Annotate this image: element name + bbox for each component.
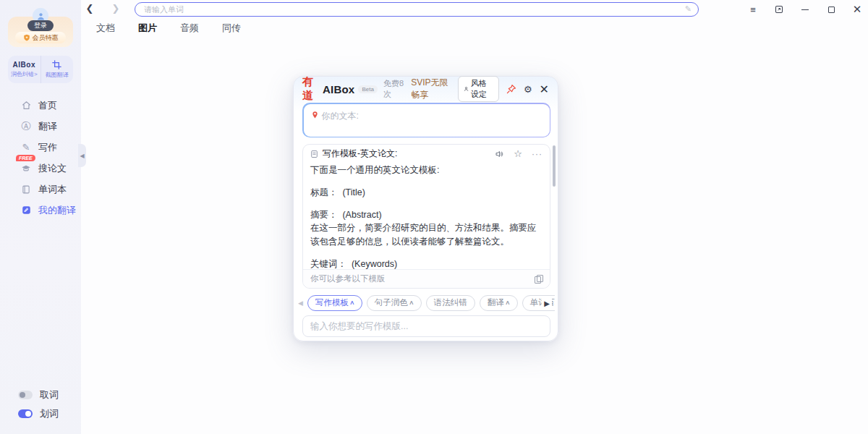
media-tabs: 文档 图片 音频 同传 — [96, 20, 241, 36]
dialog-header-actions: 免费8次 SVIP无限畅享 风格设定 ⚙ ✕ — [383, 76, 549, 102]
chevron-up-icon: ∧ — [505, 299, 511, 306]
more-icon[interactable]: ··· — [532, 149, 542, 159]
aibox-dialog-header: 有道 AIBox Beta 免费8次 SVIP无限畅享 风格设定 ⚙ ✕ — [294, 77, 558, 101]
chip-grammar-check[interactable]: 语法纠错 — [426, 295, 475, 311]
tab-audio[interactable]: 音频 — [180, 20, 199, 36]
sidebar-item-search-papers[interactable]: FREE 搜论文 — [0, 158, 81, 179]
chips-scroll-left-icon[interactable]: ◀ — [298, 299, 303, 307]
sidebar-item-my-translations[interactable]: 我的翻译 — [0, 200, 81, 221]
tab-image[interactable]: 图片 — [138, 20, 157, 36]
sidebar-item-label: 搜论文 — [38, 162, 67, 175]
aibox-title: AIBox — [323, 83, 354, 95]
chip-label: 翻译 — [488, 297, 504, 308]
chevron-up-icon: ∧ — [409, 299, 414, 306]
word-select-toggle[interactable] — [18, 409, 33, 418]
star-icon[interactable]: ☆ — [514, 148, 522, 159]
search-bar: ✎ — [135, 2, 699, 17]
template-title: 写作模板-英文论文: — [323, 148, 397, 160]
template-paragraph: 标题： (Title) — [310, 186, 542, 199]
user-avatar-icon — [36, 12, 46, 21]
template-doc-icon — [310, 150, 318, 158]
chip-label: 语法纠错 — [434, 297, 467, 308]
location-pin-icon — [311, 111, 319, 119]
beta-badge: Beta — [358, 85, 377, 93]
template-card-footer: 你可以参考以下模版 — [303, 269, 550, 288]
chip-sentence-polish[interactable]: 句子润色∧ — [367, 295, 422, 311]
screenshot-translate-label: 截图翻译 — [46, 71, 69, 79]
style-settings-button[interactable]: 风格设定 — [458, 76, 499, 102]
maximize-icon[interactable] — [826, 4, 836, 14]
sidebar-item-home[interactable]: 首页 — [0, 95, 81, 116]
aibox-polish-label: 润色纠错> — [11, 70, 38, 78]
sidebar-menu: 首页 Ⓐ 翻译 ✎ 写作 FREE 搜论文 单词本 我的翻译 — [0, 95, 81, 221]
free-quota-label: 免费8次 — [383, 78, 404, 100]
sidebar-item-writing[interactable]: ✎ 写作 — [0, 137, 81, 158]
chevron-up-icon: ∧ — [349, 299, 355, 306]
aibox-shortcut-card: AIBox 润色纠错> 截图翻译 — [8, 56, 73, 83]
dialog-close-icon[interactable]: ✕ — [540, 83, 549, 95]
sidebar-collapse-handle[interactable]: ◀ — [78, 144, 86, 167]
your-text-input[interactable]: 你的文本: — [304, 104, 550, 137]
word-select-label: 划词 — [40, 407, 59, 420]
template-card-header: 写作模板-英文论文: ☆ ··· — [303, 145, 550, 163]
template-footer-hint: 你可以参考以下模版 — [310, 273, 386, 284]
sidebar-item-label: 翻译 — [38, 120, 57, 133]
style-settings-label: 风格设定 — [471, 78, 493, 100]
sidebar: 登录 会员特惠 AIBox 润色纠错> 截图翻译 首页 Ⓐ — [0, 0, 81, 434]
word-capture-toggle[interactable] — [18, 391, 33, 399]
chip-label: 句子润色 — [375, 297, 408, 308]
template-paragraph: 摘要： (Abstract) — [310, 208, 542, 221]
dialog-scrollbar-thumb[interactable] — [553, 145, 556, 187]
graduation-cap-icon — [21, 163, 31, 174]
sidebar-item-wordbook[interactable]: 单词本 — [0, 179, 81, 200]
chip-label: 写作模板 — [315, 297, 349, 308]
tab-simultaneous[interactable]: 同传 — [222, 20, 241, 36]
free-badge: FREE — [16, 155, 35, 161]
handwriting-pencil-icon[interactable]: ✎ — [685, 4, 692, 14]
screenshot-translate-shortcut[interactable]: 截图翻译 — [41, 56, 74, 83]
forward-button[interactable]: ❯ — [110, 3, 122, 14]
template-paragraph: 下面是一个通用的英文论文模板: — [310, 163, 542, 176]
flip-window-icon[interactable] — [774, 4, 784, 14]
template-result-card: 写作模板-英文论文: ☆ ··· 下面是一个通用的英文论文模板: 标题： (Ti… — [302, 144, 550, 289]
word-capture-label: 取词 — [40, 388, 59, 401]
sidebar-item-label: 写作 — [38, 141, 57, 154]
crop-icon — [52, 60, 61, 69]
search-input[interactable] — [135, 2, 699, 17]
minimize-icon[interactable] — [800, 4, 810, 14]
my-translation-icon — [21, 205, 31, 216]
vip-benefits-button[interactable]: 会员特惠 — [15, 32, 66, 43]
template-request-input[interactable] — [302, 315, 550, 337]
function-chips-row: ◀ 写作模板∧ 句子润色∧ 语法纠错 翻译∧ 单词百科 论文去 — [298, 294, 555, 311]
your-text-placeholder: 你的文本: — [322, 110, 359, 131]
sidebar-item-label: 我的翻译 — [38, 204, 76, 217]
speaker-icon[interactable] — [495, 150, 504, 158]
chip-writing-template[interactable]: 写作模板∧ — [307, 295, 362, 311]
your-text-input-border: 你的文本: — [302, 103, 550, 137]
template-card-actions: ☆ ··· — [495, 148, 542, 159]
back-button[interactable]: ❮ — [84, 3, 95, 14]
copy-icon[interactable] — [535, 275, 542, 284]
aibox-polish-shortcut[interactable]: AIBox 润色纠错> — [8, 56, 41, 83]
chips-scroll-right-icon[interactable]: ▶ — [542, 297, 552, 309]
settings-gear-icon[interactable]: ⚙ — [524, 83, 532, 95]
login-button[interactable]: 登录 — [27, 20, 54, 31]
template-paragraph: 在这一部分，简要介绍研究的目的、方法和结果。摘要应该包含足够的信息，以便读者能够… — [310, 221, 542, 247]
wordbook-icon — [21, 184, 31, 195]
capture-toggles: 取词 划词 — [0, 386, 81, 423]
chip-translate[interactable]: 翻译∧ — [480, 295, 518, 311]
toggle-row-huaci: 划词 — [0, 404, 81, 423]
vip-benefits-label: 会员特惠 — [33, 33, 59, 43]
pin-window-icon[interactable] — [506, 83, 516, 95]
menu-icon[interactable]: ≡ — [748, 4, 758, 14]
home-icon — [21, 101, 31, 111]
aibox-dialog: 有道 AIBox Beta 免费8次 SVIP无限畅享 风格设定 ⚙ ✕ — [293, 76, 558, 341]
sidebar-item-translate[interactable]: Ⓐ 翻译 — [0, 116, 81, 137]
pen-icon: ✎ — [21, 142, 31, 153]
tab-document[interactable]: 文档 — [96, 20, 115, 36]
window-controls: ≡ ✕ — [748, 0, 862, 19]
close-icon[interactable]: ✕ — [852, 4, 862, 14]
aibox-logo: AIBox — [13, 61, 35, 69]
translate-icon: Ⓐ — [21, 122, 31, 132]
svip-upsell-link[interactable]: SVIP无限畅享 — [411, 77, 451, 101]
